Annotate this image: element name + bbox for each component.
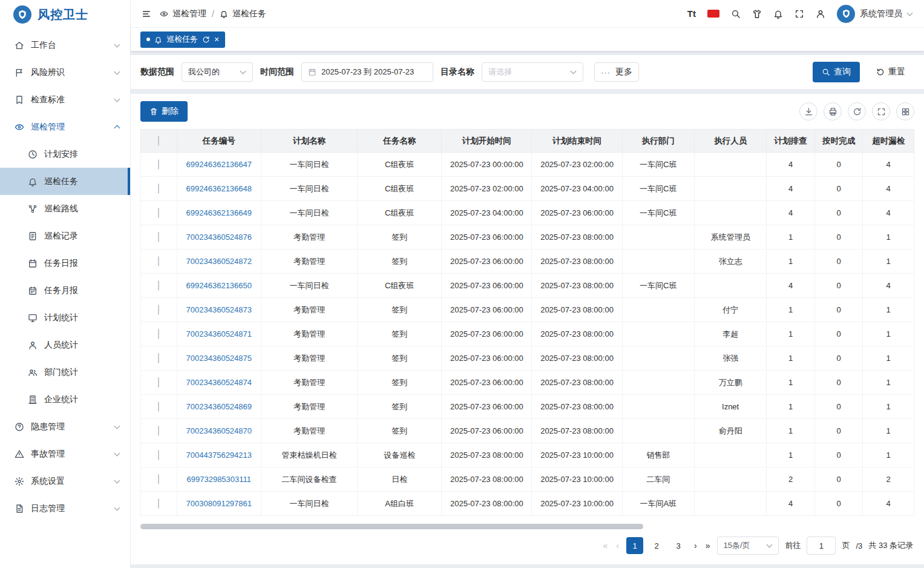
first-page-button[interactable]: « xyxy=(602,541,609,550)
download-button[interactable] xyxy=(799,102,818,121)
breadcrumb-item-patrol-mgmt[interactable]: 巡检管理 xyxy=(172,8,206,19)
directory-select[interactable]: 请选择 xyxy=(482,62,583,82)
sidebar-subitem-3-1[interactable]: 巡检任务 xyxy=(0,168,130,195)
task-id-link[interactable]: 700234360524875 xyxy=(186,354,252,363)
page-size-select[interactable]: 15条/页 xyxy=(717,537,779,555)
cell-end-time: 2025-07-23 08:00:00 xyxy=(532,225,622,249)
task-id-link[interactable]: 699246362136650 xyxy=(186,281,252,290)
task-id-link[interactable]: 700234360524876 xyxy=(186,233,252,242)
chevron-down-icon xyxy=(114,424,120,430)
cell-person: Iznet xyxy=(694,395,766,419)
refresh-button[interactable] xyxy=(848,102,866,121)
row-checkbox[interactable] xyxy=(158,329,159,339)
tab-close-icon[interactable]: × xyxy=(214,35,219,44)
hamburger-icon[interactable] xyxy=(142,9,151,19)
sidebar-subitem-3-6[interactable]: 计划统计 xyxy=(0,304,130,331)
row-checkbox[interactable] xyxy=(158,426,159,436)
page-button-3[interactable]: 3 xyxy=(670,537,687,554)
row-checkbox[interactable] xyxy=(158,208,159,218)
sidebar-item-1[interactable]: 风险辨识 xyxy=(0,59,130,86)
prev-page-button[interactable]: ‹ xyxy=(615,541,620,550)
user-menu[interactable]: 系统管理员 xyxy=(837,5,913,23)
cell-plan-name: 二车间设备检查 xyxy=(261,467,357,492)
row-checkbox[interactable] xyxy=(158,305,159,315)
task-id-link[interactable]: 700234360524871 xyxy=(186,329,252,338)
date-range-input[interactable]: 2025-07-23 到 2025-07-23 xyxy=(301,62,433,82)
task-id-link[interactable]: 700234360524873 xyxy=(186,305,252,314)
task-id-link[interactable]: 699246362136647 xyxy=(186,160,252,169)
row-checkbox[interactable] xyxy=(158,474,159,484)
cell-start-time: 2025-07-23 00:00:00 xyxy=(442,153,532,177)
task-id-link[interactable]: 700234360524869 xyxy=(186,402,252,411)
goto-page-input[interactable] xyxy=(807,537,836,555)
task-id-link[interactable]: 699246362136648 xyxy=(186,184,252,193)
task-id-link[interactable]: 700234360524870 xyxy=(186,426,252,435)
sidebar-item-7[interactable]: 日志管理 xyxy=(0,495,130,522)
column-settings-button[interactable] xyxy=(896,102,914,121)
next-page-button[interactable]: › xyxy=(693,541,698,550)
sidebar-item-4[interactable]: 隐患管理 xyxy=(0,413,130,440)
task-id-link[interactable]: 700234360524872 xyxy=(186,257,252,266)
row-checkbox[interactable] xyxy=(158,450,159,460)
fullscreen-icon[interactable] xyxy=(795,9,804,19)
task-id-link[interactable]: 699732985303111 xyxy=(187,475,252,484)
cell-plan-name: 考勤管理 xyxy=(261,322,357,346)
row-checkbox[interactable] xyxy=(158,256,159,266)
sidebar-subitem-3-8[interactable]: 部门统计 xyxy=(0,358,130,386)
cell-ontime: 0 xyxy=(814,177,863,201)
row-checkbox[interactable] xyxy=(158,353,159,363)
last-page-button[interactable]: » xyxy=(704,541,712,550)
cell-plan-name: 考勤管理 xyxy=(261,395,357,419)
sidebar-subitem-3-0[interactable]: 计划安排 xyxy=(0,140,130,168)
goto-label: 前往 xyxy=(785,540,801,551)
user-icon[interactable] xyxy=(816,9,825,19)
data-scope-select[interactable]: 我公司的 xyxy=(182,62,253,82)
task-id-link[interactable]: 700234360524874 xyxy=(186,378,252,387)
sidebar-item-5[interactable]: 事故管理 xyxy=(0,440,130,467)
fullscreen-button[interactable] xyxy=(872,102,890,121)
row-checkbox[interactable] xyxy=(158,183,159,194)
row-checkbox[interactable] xyxy=(158,280,159,291)
language-flag-icon[interactable] xyxy=(707,10,719,18)
task-id-link[interactable]: 700308091297861 xyxy=(186,499,252,508)
sidebar-item-3[interactable]: 巡检管理 xyxy=(0,113,130,140)
page-button-2[interactable]: 2 xyxy=(648,537,665,554)
sidebar-subitem-3-2[interactable]: 巡检路线 xyxy=(0,195,130,222)
sidebar-subitem-3-4[interactable]: 任务日报 xyxy=(0,249,130,277)
theme-icon[interactable] xyxy=(752,9,762,19)
sidebar-subitem-3-9[interactable]: 企业统计 xyxy=(0,386,130,413)
sidebar-item-6[interactable]: 系统设置 xyxy=(0,467,130,495)
cell-task-id: 700234360524872 xyxy=(177,249,261,274)
select-all-checkbox[interactable] xyxy=(158,136,159,146)
sidebar-item-0[interactable]: 工作台 xyxy=(0,31,130,59)
row-checkbox[interactable] xyxy=(158,232,159,242)
sidebar-subitem-3-5[interactable]: 任务月报 xyxy=(0,277,130,304)
row-checkbox[interactable] xyxy=(158,377,159,388)
checkbox-cell xyxy=(141,249,177,274)
print-button[interactable] xyxy=(824,102,842,121)
sidebar-item-2[interactable]: 检查标准 xyxy=(0,86,130,113)
sidebar: 风控卫士 工作台风险辨识检查标准巡检管理计划安排巡检任务巡检路线巡检记录任务日报… xyxy=(0,0,131,568)
font-size-icon[interactable]: Tt xyxy=(687,8,696,19)
breadcrumb-item-patrol-task[interactable]: 巡检任务 xyxy=(232,8,266,19)
row-checkbox[interactable] xyxy=(158,498,159,509)
row-checkbox[interactable] xyxy=(158,159,159,170)
reset-button[interactable]: 重置 xyxy=(867,62,914,82)
more-filters-button[interactable]: ··· 更多 xyxy=(594,62,639,82)
cell-person xyxy=(694,443,766,467)
delete-button[interactable]: 删除 xyxy=(140,101,188,122)
scrollbar-thumb[interactable] xyxy=(140,524,643,529)
sidebar-subitem-3-3[interactable]: 巡检记录 xyxy=(0,222,130,249)
task-id-link[interactable]: 700443756294213 xyxy=(186,451,252,460)
search-icon[interactable] xyxy=(731,9,741,19)
row-checkbox[interactable] xyxy=(158,401,159,412)
sidebar-subitem-3-7[interactable]: 人员统计 xyxy=(0,331,130,358)
page-button-1[interactable]: 1 xyxy=(626,537,643,554)
task-id-link[interactable]: 699246362136649 xyxy=(186,208,252,217)
tab-patrol-task[interactable]: 巡检任务 × xyxy=(140,31,225,48)
notifications-bell-icon[interactable] xyxy=(773,9,783,19)
checkbox-cell xyxy=(141,177,177,201)
data-scope-value: 我公司的 xyxy=(188,67,220,78)
query-button[interactable]: 查询 xyxy=(813,62,860,82)
tab-refresh-icon[interactable] xyxy=(202,36,210,44)
